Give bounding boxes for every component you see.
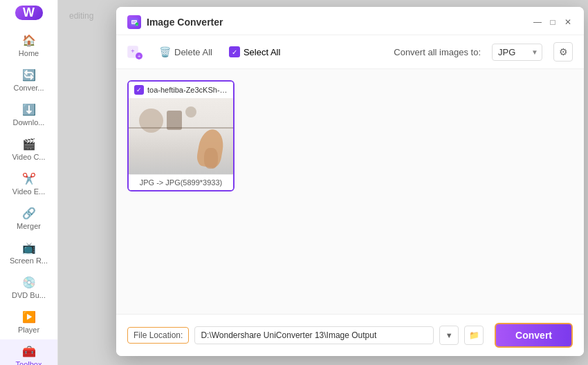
convert-button[interactable]: Convert xyxy=(495,323,573,348)
modal-icon: + xyxy=(127,15,141,29)
image-grid: ✓ toa-heftiba-Ze3cKSh-Kg... xyxy=(127,80,573,191)
modal-toolbar: + + 🗑️ Delete All ✓ Select All Convert a xyxy=(116,35,584,69)
format-select[interactable]: JPG PNG BMP TIFF WEBP xyxy=(492,44,542,61)
toolbox-icon: 🧰 xyxy=(22,345,36,358)
gear-icon: ⚙ xyxy=(559,46,568,57)
app-background: W 🏠 Home 🔄 Conver... ⬇️ Downlo... 🎬 Vide… xyxy=(0,0,588,365)
sidebar-item-label: Video C... xyxy=(12,153,45,161)
sidebar-item-dvd-bu[interactable]: 💿 DVD Bu... xyxy=(0,270,57,305)
video-e-icon: ✂️ xyxy=(22,172,36,185)
sidebar-item-screen-r[interactable]: 📺 Screen R... xyxy=(0,236,57,270)
file-path-input[interactable] xyxy=(194,326,434,344)
svg-text:+: + xyxy=(136,24,138,26)
merger-icon: 🔗 xyxy=(22,207,36,220)
sidebar-item-video-c[interactable]: 🎬 Video C... xyxy=(0,132,57,167)
sidebar-item-home[interactable]: 🏠 Home xyxy=(0,28,57,63)
convert-all-label: Convert all images to: xyxy=(394,47,481,57)
thumbnail-image xyxy=(129,98,233,174)
modal-body: ✓ toa-heftiba-Ze3cKSh-Kg... xyxy=(116,69,584,314)
download-icon: ⬇️ xyxy=(22,103,36,116)
file-location-label: File Location: xyxy=(127,327,189,344)
hand-detail xyxy=(204,148,218,169)
delete-all-button[interactable]: 🗑️ Delete All xyxy=(154,44,218,60)
maximize-button[interactable]: □ xyxy=(548,17,558,27)
home-icon: 🏠 xyxy=(22,34,36,47)
window-controls: — □ ✕ xyxy=(533,17,573,27)
sidebar-item-video-e[interactable]: ✂️ Video E... xyxy=(0,167,57,201)
browse-folder-button[interactable]: 📁 xyxy=(464,326,484,345)
screen-icon: 📺 xyxy=(22,241,36,254)
sidebar-item-download[interactable]: ⬇️ Downlo... xyxy=(0,97,57,132)
checkbox-icon: ✓ xyxy=(229,46,240,57)
image-card[interactable]: ✓ toa-heftiba-Ze3cKSh-Kg... xyxy=(127,80,235,191)
svg-text:+: + xyxy=(138,53,141,59)
card-thumbnail xyxy=(129,98,233,174)
path-dropdown-button[interactable]: ▼ xyxy=(439,326,459,345)
folder-icon: 📁 xyxy=(469,330,479,340)
sidebar-item-label: Conver... xyxy=(13,84,44,92)
app-logo: W xyxy=(15,6,43,20)
format-select-wrapper[interactable]: JPG PNG BMP TIFF WEBP ▼ xyxy=(492,44,542,61)
card-filename: toa-heftiba-Ze3cKSh-Kg... xyxy=(147,86,228,94)
image-converter-modal: + Image Converter — □ ✕ + xyxy=(116,7,584,356)
dvd-icon: 💿 xyxy=(22,276,36,289)
modal-titlebar: + Image Converter — □ ✕ xyxy=(116,7,584,35)
card-checkbox[interactable]: ✓ xyxy=(134,85,144,95)
sidebar-item-convert[interactable]: 🔄 Conver... xyxy=(0,63,57,97)
select-all-checkbox[interactable]: ✓ Select All xyxy=(229,46,280,57)
format-settings-button[interactable]: ⚙ xyxy=(553,42,573,62)
add-files-button[interactable]: + + xyxy=(127,44,143,59)
sidebar: W 🏠 Home 🔄 Conver... ⬇️ Downlo... 🎬 Vide… xyxy=(0,0,58,365)
video-c-icon: 🎬 xyxy=(22,138,36,151)
image-card-header: ✓ toa-heftiba-Ze3cKSh-Kg... xyxy=(129,82,233,98)
sidebar-item-toolbox[interactable]: 🧰 Toolbox xyxy=(0,339,57,365)
sidebar-item-label: Video E... xyxy=(12,187,46,196)
modal-footer: File Location: ▼ 📁 Convert xyxy=(116,314,584,356)
close-button[interactable]: ✕ xyxy=(563,17,573,27)
delete-all-label: Delete All xyxy=(174,47,212,57)
minimize-button[interactable]: — xyxy=(533,17,542,27)
sidebar-item-label: Player xyxy=(18,326,39,334)
main-content: editing s or D. + xyxy=(58,0,588,365)
sidebar-item-merger[interactable]: 🔗 Merger xyxy=(0,201,57,236)
delete-icon: 🗑️ xyxy=(159,46,171,57)
sidebar-item-label: Merger xyxy=(17,222,41,230)
select-all-label: Select All xyxy=(244,47,280,57)
card-label: JPG -> JPG(5899*3933) xyxy=(129,174,233,190)
svg-text:+: + xyxy=(131,48,134,55)
modal-title-section: + Image Converter xyxy=(127,15,223,29)
chevron-down-icon: ▼ xyxy=(445,331,453,339)
player-icon: ▶️ xyxy=(22,310,36,324)
sidebar-item-label: Toolbox xyxy=(16,360,42,365)
sidebar-item-label: Home xyxy=(19,49,39,57)
shelf-line xyxy=(129,127,233,129)
convert-icon: 🔄 xyxy=(22,68,36,82)
sidebar-item-label: DVD Bu... xyxy=(12,291,46,299)
modal-title: Image Converter xyxy=(147,17,223,28)
sidebar-item-player[interactable]: ▶️ Player xyxy=(0,305,57,339)
sidebar-item-label: Downlo... xyxy=(13,118,45,127)
shelf-small-circle xyxy=(185,106,196,118)
sidebar-item-label: Screen R... xyxy=(10,256,48,265)
shelf-circle xyxy=(139,109,163,133)
